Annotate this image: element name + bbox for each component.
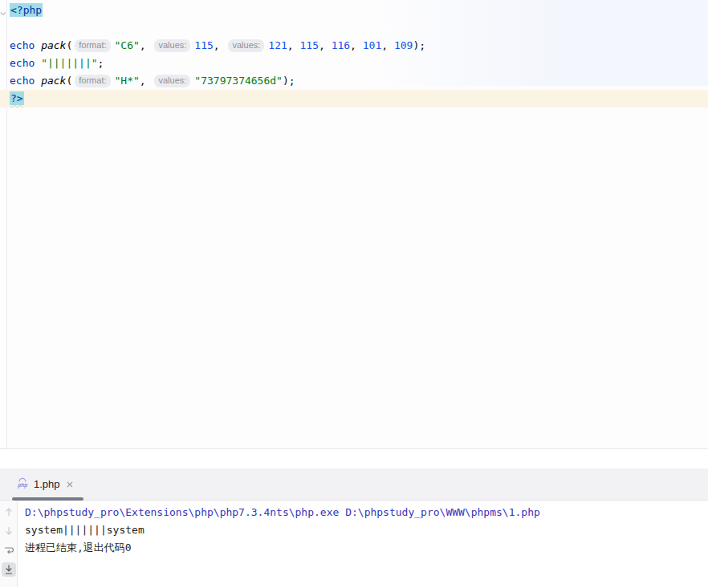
code-token: , [381, 39, 394, 51]
arrow-up-icon[interactable] [2, 505, 16, 519]
code-token: ( [66, 39, 72, 51]
code-token: "C6" [115, 39, 140, 51]
code-token: , [214, 39, 226, 51]
parameter-hint: values: [154, 39, 190, 52]
code-token: ( [66, 75, 72, 87]
code-token: 115 [299, 39, 318, 51]
code-token: echo [10, 57, 35, 69]
code-token: "H*" [115, 75, 140, 87]
code-token: pack [41, 39, 66, 51]
code-token: , [140, 75, 153, 87]
parameter-hint: values: [228, 39, 264, 52]
code-token: , [287, 39, 300, 51]
arrow-down-icon[interactable] [2, 524, 16, 538]
code-token: 121 [268, 39, 287, 51]
code-line[interactable]: echo pack(format:"C6", values:115, value… [0, 37, 708, 55]
code-token: , [140, 39, 153, 51]
code-token: "|||||||" [41, 57, 97, 69]
code-token: ); [283, 75, 295, 87]
code-line[interactable]: ?> [0, 90, 708, 107]
code-token: "73797374656d" [194, 75, 283, 87]
soft-wrap-icon[interactable] [2, 543, 16, 558]
scroll-to-end-icon[interactable] [2, 562, 16, 577]
parameter-hint: values: [154, 75, 190, 87]
code-token: , [350, 39, 363, 51]
code-token: echo [10, 75, 35, 87]
code-token: pack [41, 75, 66, 87]
svg-text:php: php [17, 481, 27, 488]
run-console: D:\phpstudy_pro\Extensions\php\php7.3.4n… [0, 501, 708, 587]
close-icon[interactable] [65, 480, 75, 489]
console-output-line: system|||||||system [25, 521, 708, 539]
php-file-icon: php [16, 476, 29, 493]
code-token: , [319, 39, 332, 51]
run-tool-window-tabbar: php 1.php [0, 468, 708, 501]
code-token: 115 [194, 39, 213, 51]
code-editor[interactable]: <?php echo pack(format:"C6", values:115,… [0, 0, 708, 449]
code-token [35, 57, 41, 69]
tool-window-header-spacer [0, 449, 708, 468]
console-output-line: 进程已结束,退出代码0 [25, 539, 708, 557]
parameter-hint: format: [75, 39, 110, 52]
code-area[interactable]: <?php echo pack(format:"C6", values:115,… [0, 0, 708, 107]
run-tab-1php[interactable]: php 1.php [0, 468, 83, 500]
code-token: 101 [363, 39, 381, 51]
code-line[interactable]: <?php [0, 2, 708, 19]
console-command-line: D:\phpstudy_pro\Extensions\php\php7.3.4n… [25, 504, 708, 521]
code-token: <?php [10, 3, 43, 17]
code-token [35, 75, 41, 87]
code-token: ?> [10, 91, 24, 105]
code-token [35, 39, 41, 51]
console-output[interactable]: D:\phpstudy_pro\Extensions\php\php7.3.4n… [18, 501, 708, 587]
code-line[interactable] [0, 19, 708, 37]
code-line[interactable]: echo pack(format:"H*", values:"737973746… [0, 72, 708, 90]
parameter-hint: format: [75, 75, 110, 87]
code-token: ; [98, 57, 104, 69]
code-token: 109 [394, 39, 413, 51]
tab-label: 1.php [34, 478, 60, 490]
console-toolbar [0, 501, 18, 587]
code-token: ); [413, 39, 425, 51]
code-line[interactable]: echo "|||||||"; [0, 55, 708, 72]
code-token: echo [10, 39, 35, 51]
code-token: 116 [332, 39, 350, 51]
